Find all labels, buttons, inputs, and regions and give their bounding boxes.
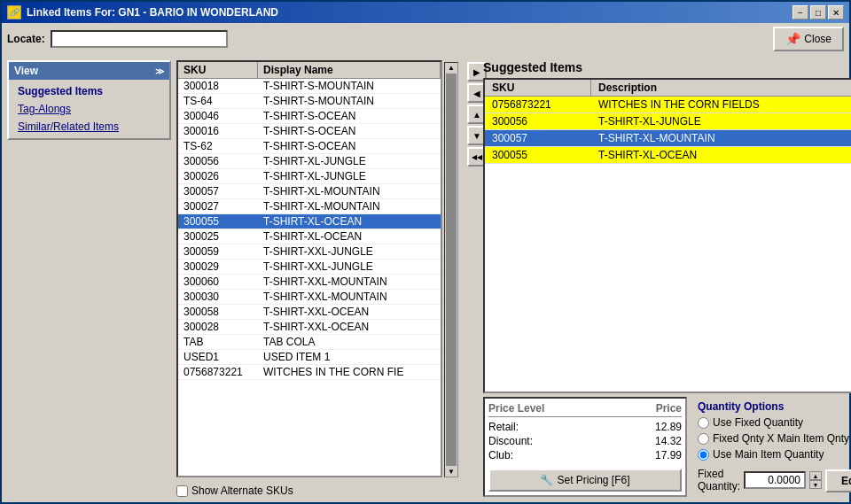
qty-option-fixed-x-main: Fixed Qnty X Main Item Qnty [698, 432, 851, 445]
qty-radio-fixed-x-main[interactable] [698, 433, 709, 445]
scroll-up[interactable]: ▲ [448, 64, 455, 72]
table-row[interactable]: 300025T-SHIRT-XL-OCEAN [178, 229, 441, 244]
set-pricing-label: Set Pricing [F6] [557, 474, 629, 486]
quantity-options: Quantity Options Use Fixed Quantity Fixe… [694, 397, 851, 497]
minimize-button[interactable]: − [792, 5, 808, 19]
qty-option-fixed: Use Fixed Quantity [698, 416, 851, 429]
suggested-table: SKU Description 0756873221WITCHES IN THE… [483, 78, 851, 393]
view-collapse-icon[interactable]: ≫ [155, 66, 164, 76]
table-row[interactable]: 300016T-SHIRT-S-OCEAN [178, 124, 441, 139]
table-row[interactable]: USED1USED ITEM 1 [178, 350, 441, 365]
suggested-table-row[interactable]: 300055T-SHIRT-XL-OCEAN [485, 147, 851, 164]
table-row[interactable]: 300058T-SHIRT-XXL-OCEAN [178, 305, 441, 320]
table-row[interactable]: 300057T-SHIRT-XL-MOUNTAIN [178, 184, 441, 199]
pricing-row: Retail:12.89 [488, 421, 682, 433]
main-window: 🔗 Linked Items For: GN1 - BARIO IN WONDE… [0, 0, 851, 504]
qty-options-title: Quantity Options [698, 400, 851, 413]
top-bar: Locate: 📌 Close [2, 23, 849, 55]
suggested-table-body: 0756873221WITCHES IN THE CORN FIELDS3000… [485, 97, 851, 164]
col-displayname: Display Name [258, 62, 441, 78]
left-panel: View ≫ Suggested Items Tag-Alongs Simila… [7, 60, 171, 497]
sidebar-item-suggested[interactable]: Suggested Items [12, 83, 166, 99]
table-row[interactable]: 0756873221WITCHES IN THE CORN FIE [178, 365, 441, 380]
locate-label: Locate: [7, 33, 45, 45]
table-row[interactable]: 300029T-SHIRT-XXL-JUNGLE [178, 260, 441, 275]
table-row[interactable]: TABTAB COLA [178, 335, 441, 350]
maximize-button[interactable]: □ [810, 5, 826, 19]
spin-down-button[interactable]: ▼ [809, 480, 822, 489]
title-bar-left: 🔗 Linked Items For: GN1 - BARIO IN WONDE… [7, 5, 278, 19]
sidebar-item-tagalongs[interactable]: Tag-Alongs [12, 101, 166, 117]
view-items: Suggested Items Tag-Alongs Similar/Relat… [9, 80, 169, 138]
suggested-table-row[interactable]: 300057T-SHIRT-XL-MOUNTAIN [485, 130, 851, 147]
table-row[interactable]: 300060T-SHIRT-XXL-MOUNTAIN [178, 275, 441, 290]
pricing-header: Price Level Price [488, 402, 682, 417]
qty-label-fixed: Use Fixed Quantity [713, 416, 803, 429]
col-sku: SKU [178, 62, 258, 78]
edit-button[interactable]: Edit [825, 469, 851, 492]
pricing-row: Discount:14.32 [488, 435, 682, 447]
spin-up-button[interactable]: ▲ [809, 471, 822, 480]
sug-col-sku: SKU [485, 80, 591, 96]
table-row[interactable]: TS-64T-SHIRT-S-MOUNTAIN [178, 94, 441, 109]
table-body[interactable]: 300018T-SHIRT-S-MOUNTAINTS-64T-SHIRT-S-M… [178, 79, 441, 476]
set-pricing-icon: 🔧 [540, 474, 553, 486]
suggested-table-row[interactable]: 0756873221WITCHES IN THE CORN FIELDS [485, 97, 851, 113]
table-header: SKU Display Name [178, 62, 441, 79]
qty-option-main: Use Main Item Quantity [698, 448, 851, 461]
table-row[interactable]: 300026T-SHIRT-XL-JUNGLE [178, 169, 441, 184]
show-alt-skus-row: Show Alternate SKUs [176, 485, 478, 497]
close-label: Close [804, 33, 831, 45]
qty-radio-fixed[interactable] [698, 417, 709, 429]
bottom-section: Price Level Price Retail:12.89Discount:1… [483, 397, 851, 497]
pricing-level-header: Price Level [488, 402, 628, 415]
title-controls: − □ ✕ [792, 5, 844, 19]
view-section: View ≫ Suggested Items Tag-Alongs Simila… [7, 60, 171, 140]
sug-col-desc: Description [591, 80, 851, 96]
qty-label-main: Use Main Item Quantity [713, 448, 824, 461]
suggested-table-row[interactable]: 300056T-SHIRT-XL-JUNGLE [485, 113, 851, 130]
table-row[interactable]: 300028T-SHIRT-XXL-OCEAN [178, 320, 441, 335]
sku-table: SKU Display Name 300018T-SHIRT-S-MOUNTAI… [176, 60, 442, 477]
table-row[interactable]: 300027T-SHIRT-XL-MOUNTAIN [178, 199, 441, 214]
pricing-row: Club:17.99 [488, 449, 682, 461]
scroll-down[interactable]: ▼ [448, 468, 455, 476]
fixed-qty-row: Fixed Quantity: ▲ ▼ Edit [698, 468, 851, 492]
fixed-qty-label: Fixed Quantity: [698, 468, 740, 492]
table-row[interactable]: 300018T-SHIRT-S-MOUNTAIN [178, 79, 441, 94]
qty-radio-main[interactable] [698, 449, 709, 461]
show-alt-skus-checkbox[interactable] [176, 485, 188, 497]
pricing-price-header: Price [628, 402, 682, 415]
show-alt-skus-label: Show Alternate SKUs [191, 485, 293, 497]
table-row[interactable]: 300055T-SHIRT-XL-OCEAN [178, 214, 441, 229]
pricing-box: Price Level Price Retail:12.89Discount:1… [483, 397, 687, 497]
view-title: View [14, 65, 38, 77]
locate-input[interactable] [51, 30, 228, 48]
suggested-items-title: Suggested Items [483, 60, 851, 74]
title-bar: 🔗 Linked Items For: GN1 - BARIO IN WONDE… [2, 2, 849, 23]
window-close-button[interactable]: ✕ [828, 5, 844, 19]
sidebar-item-similar[interactable]: Similar/Related Items [12, 119, 166, 135]
table-row[interactable]: 300059T-SHIRT-XXL-JUNGLE [178, 244, 441, 260]
qty-label-fixed-x-main: Fixed Qnty X Main Item Qnty [713, 432, 849, 445]
window-title: Linked Items For: GN1 - BARIO IN WONDERL… [27, 6, 278, 19]
table-row[interactable]: TS-62T-SHIRT-S-OCEAN [178, 139, 441, 154]
fixed-qty-input[interactable] [744, 471, 806, 489]
content-area: View ≫ Suggested Items Tag-Alongs Simila… [2, 55, 849, 502]
table-row[interactable]: 300056T-SHIRT-XL-JUNGLE [178, 154, 441, 169]
right-panel: Suggested Items SKU Description 07568732… [483, 60, 851, 497]
view-header: View ≫ [9, 62, 169, 80]
set-pricing-button[interactable]: 🔧 Set Pricing [F6] [488, 469, 682, 492]
close-icon: 📌 [785, 32, 800, 46]
suggested-table-header: SKU Description [485, 80, 851, 97]
pricing-rows: Retail:12.89Discount:14.32Club:17.99 [488, 421, 682, 461]
window-icon: 🔗 [7, 5, 21, 19]
table-row[interactable]: 300030T-SHIRT-XXL-MOUNTAIN [178, 290, 441, 305]
close-button[interactable]: 📌 Close [773, 27, 844, 51]
spin-buttons: ▲ ▼ [809, 471, 822, 489]
table-row[interactable]: 300046T-SHIRT-S-OCEAN [178, 109, 441, 124]
